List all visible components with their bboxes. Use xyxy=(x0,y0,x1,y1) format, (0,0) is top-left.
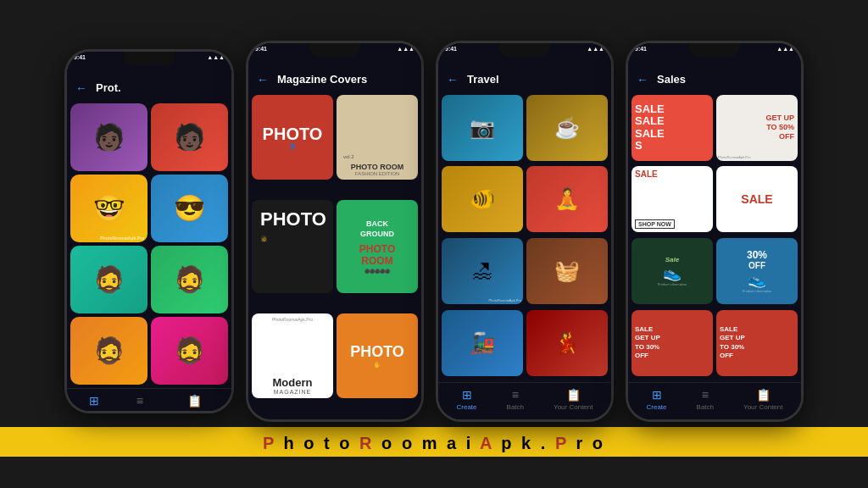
sale-text-2: GET UPTO 50%OFF xyxy=(765,114,794,141)
product-info-1: Product information xyxy=(658,282,687,286)
nav-create-3[interactable]: ⊞ Create xyxy=(457,388,477,411)
travel-cell-6[interactable]: 🧺 xyxy=(526,238,608,304)
content-icon-1: 📋 xyxy=(187,394,202,408)
phone-4: 9:41 ▲▲▲ ← Sales SALESALESALES GET UPTO … xyxy=(626,41,804,422)
nav-content-3[interactable]: 📋 Your Content xyxy=(554,388,593,411)
status-icons-1: ▲▲▲ xyxy=(207,54,225,60)
sale-cell-5[interactable]: Sale 👟 Product information xyxy=(632,238,713,304)
hand-icon: ✋ xyxy=(373,361,381,369)
shop-now: SHOP NOW xyxy=(635,219,675,229)
mag-subtext-3: 👩 xyxy=(255,236,273,242)
create-icon-4: ⊞ xyxy=(652,388,662,402)
mag-text-6: PHOTO xyxy=(350,343,404,361)
profile-cell-4[interactable]: 😎 xyxy=(151,175,228,242)
face-5: 🧔 xyxy=(70,246,147,313)
shoe-icon-2: 👟 xyxy=(748,270,766,289)
profile-cell-3[interactable]: 🤓 PhotoRoomaiApk.Pro xyxy=(70,175,147,242)
mag-small-4: ⚫⚫⚫⚫⚫ xyxy=(364,269,390,274)
travel-cell-3[interactable]: 🐠 xyxy=(442,166,523,232)
sale-text-8: SALEGET UPTO 30%OFF xyxy=(720,325,745,361)
phones-row: 9:41 ▲▲▲ ← Prot. 🧑🏿 🧑🏿 🤓 PhotoRoomaiApk.… xyxy=(64,41,804,422)
back-icon-3[interactable]: ← xyxy=(447,73,459,86)
profile-cell-8[interactable]: 🧔 xyxy=(151,317,228,385)
sale-cell-1[interactable]: SALESALESALES xyxy=(632,95,713,161)
phone-notch-2 xyxy=(309,43,360,57)
travel-cell-7[interactable]: 🚂 xyxy=(442,310,523,376)
batch-icon-4: ≡ xyxy=(702,388,709,402)
face-3: 🤓 xyxy=(70,175,147,242)
bottom-banner-text: P h o t o R o o m a i A p k . P r o xyxy=(263,434,605,452)
face-7: 🧔 xyxy=(70,317,147,385)
nav-create-1[interactable]: ⊞ Create xyxy=(84,394,104,411)
travel-grid: 📷 ☕ 🐠 🧘 🏖 PhotoRoomaiApk.Pro 🧺 xyxy=(438,92,611,382)
content-label-4: Your Content xyxy=(743,403,782,411)
phone1-screen: 9:41 ▲▲▲ ← Prot. 🧑🏿 🧑🏿 🤓 PhotoRoomaiApk.… xyxy=(67,52,231,411)
status-time-2: 9:41 xyxy=(255,46,267,52)
travel-icon-7: 🚂 xyxy=(470,331,495,355)
profile-cell-5[interactable]: 🧔 xyxy=(70,246,147,313)
mag-text-2: PHOTO ROOM xyxy=(340,163,415,171)
face-8: 🧔 xyxy=(151,317,228,385)
travel-icon-2: ☕ xyxy=(554,116,580,140)
travel-cell-2[interactable]: ☕ xyxy=(526,95,608,161)
profile-cell-7[interactable]: 🧔 xyxy=(70,317,147,385)
phone-2: 9:41 ▲▲▲ ← Magazine Covers PHOTO 👤 vol.2… xyxy=(246,41,424,422)
create-label-3: Create xyxy=(457,403,477,411)
mag-subtext-1: 👤 xyxy=(289,143,297,150)
product-info-2: Product information xyxy=(743,289,772,293)
phone4-title: Sales xyxy=(657,73,686,86)
sale-text-7: SALEGET UPTO 30%OFF xyxy=(635,325,660,361)
sale-cell-7[interactable]: SALEGET UPTO 30%OFF xyxy=(632,310,713,376)
batch-icon-1: ≡ xyxy=(136,394,143,408)
back-icon-4[interactable]: ← xyxy=(637,73,648,86)
nav-batch-1[interactable]: ≡ Batch xyxy=(131,394,148,411)
mag-cell-3[interactable]: PHOTO 👩 xyxy=(252,200,333,293)
phone1-title: Prot. xyxy=(96,81,121,94)
modern-text: Modern xyxy=(273,376,313,389)
mag-cell-5[interactable]: PhotoRoomaiApk.Pro Modern MAGAZINE xyxy=(252,313,333,398)
sales-grid: SALESALESALES GET UPTO 50%OFF PhotoRooma… xyxy=(628,92,801,382)
mag-text-4: BACKGROUND xyxy=(360,219,394,239)
profile-cell-6[interactable]: 🧔 xyxy=(151,246,228,313)
profile-cell-1[interactable]: 🧑🏿 xyxy=(70,103,147,171)
status-icons-3: ▲▲▲ xyxy=(587,46,604,52)
status-icons-2: ▲▲▲ xyxy=(397,46,415,52)
travel-icon-5: 🏖 xyxy=(472,259,492,283)
status-time-3: 9:41 xyxy=(445,46,457,52)
mag-text-4b: PHOTOROOM xyxy=(359,243,395,267)
nav-create-4[interactable]: ⊞ Create xyxy=(647,388,667,411)
nav-content-4[interactable]: 📋 Your Content xyxy=(743,388,782,411)
face-6: 🧔 xyxy=(151,246,228,313)
sale-cell-6[interactable]: 30% OFF 👟 Product information xyxy=(716,238,798,304)
phone3-header: ← Travel xyxy=(438,54,611,92)
travel-cell-5[interactable]: 🏖 PhotoRoomaiApk.Pro xyxy=(442,238,523,304)
sale-cell-2[interactable]: GET UPTO 50%OFF PhotoRoomaiApk.Pro xyxy=(716,95,798,161)
phone-1: 9:41 ▲▲▲ ← Prot. 🧑🏿 🧑🏿 🤓 PhotoRoomaiApk.… xyxy=(64,49,234,413)
status-time-1: 9:41 xyxy=(74,54,86,60)
phone-notch-1 xyxy=(124,52,175,65)
nav-batch-3[interactable]: ≡ Batch xyxy=(507,388,524,411)
sale-cell-8[interactable]: SALEGET UPTO 30%OFF xyxy=(716,310,798,376)
mag-cell-2[interactable]: vol.2 PHOTO ROOM FASHION EDITION xyxy=(337,95,418,180)
off-text: OFF xyxy=(748,261,765,270)
create-icon-1: ⊞ xyxy=(89,394,99,408)
status-icons-4: ▲▲▲ xyxy=(776,46,794,52)
sale-cell-3[interactable]: SALE SHOP NOW xyxy=(632,166,713,232)
nav-batch-4[interactable]: ≡ Batch xyxy=(697,388,714,411)
mag-cell-1[interactable]: PHOTO 👤 xyxy=(252,95,333,180)
profile-cell-2[interactable]: 🧑🏿 xyxy=(151,103,228,171)
mag-cell-6[interactable]: PHOTO ✋ xyxy=(337,313,418,398)
nav-content-1[interactable]: 📋 Your Content xyxy=(175,394,214,411)
travel-cell-1[interactable]: 📷 xyxy=(442,95,523,161)
phone3-title: Travel xyxy=(467,73,499,86)
travel-cell-8[interactable]: 💃 xyxy=(526,310,608,376)
back-icon-2[interactable]: ← xyxy=(257,73,269,86)
mag-cell-4[interactable]: BACKGROUND PHOTOROOM ⚫⚫⚫⚫⚫ xyxy=(337,200,418,293)
travel-cell-4[interactable]: 🧘 xyxy=(526,166,608,232)
sale-cell-4[interactable]: SALE xyxy=(716,166,798,232)
travel-icon-8: 💃 xyxy=(554,331,580,355)
back-icon-1[interactable]: ← xyxy=(75,81,87,95)
phone4-header: ← Sales xyxy=(628,54,801,92)
batch-label-4: Batch xyxy=(697,403,714,411)
content-icon-4: 📋 xyxy=(756,388,771,402)
